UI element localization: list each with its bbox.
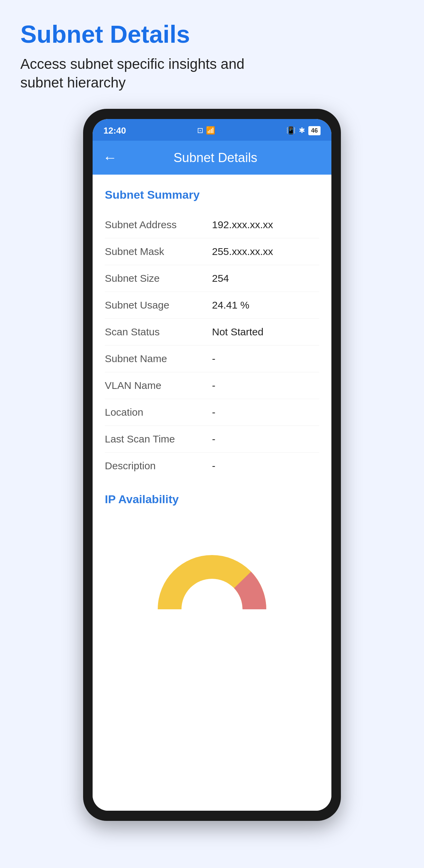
subnet-summary-title: Subnet Summary xyxy=(105,188,319,201)
table-row: Location - xyxy=(105,399,319,426)
table-row: Subnet Name - xyxy=(105,346,319,372)
back-button[interactable]: ← xyxy=(103,151,117,165)
label-vlan-name: VLAN Name xyxy=(105,380,212,391)
donut-svg xyxy=(144,523,280,631)
label-subnet-usage: Subnet Usage xyxy=(105,299,212,311)
status-bar: 12:40 ⊡ 📶 📳 ✱ 46 xyxy=(93,119,331,141)
status-icons: ⊡ 📶 xyxy=(197,126,215,135)
table-row: Subnet Address 192.xxx.xx.xx xyxy=(105,212,319,238)
donut-chart xyxy=(144,523,280,631)
page-header: Subnet Details Access subnet specific in… xyxy=(14,20,410,92)
app-bar: ← Subnet Details xyxy=(93,141,331,175)
table-row: Description - xyxy=(105,453,319,479)
value-subnet-mask: 255.xxx.xx.xx xyxy=(212,246,319,257)
value-last-scan-time: - xyxy=(212,433,319,445)
value-subnet-name: - xyxy=(212,353,319,364)
label-scan-status: Scan Status xyxy=(105,326,212,338)
vibrate-icon: 📳 xyxy=(286,126,295,135)
value-vlan-name: - xyxy=(212,380,319,391)
table-row: Subnet Mask 255.xxx.xx.xx xyxy=(105,238,319,265)
ip-availability-chart-area xyxy=(105,516,319,631)
value-location: - xyxy=(212,407,319,418)
label-subnet-address: Subnet Address xyxy=(105,219,212,231)
table-row: Subnet Usage 24.41 % xyxy=(105,292,319,319)
table-row: Subnet Size 254 xyxy=(105,265,319,292)
section-divider xyxy=(105,479,319,489)
phone-wrapper: 12:40 ⊡ 📶 📳 ✱ 46 ← Subnet Details xyxy=(14,109,410,821)
value-subnet-size: 254 xyxy=(212,273,319,284)
screen-content: Subnet Summary Subnet Address 192.xxx.xx… xyxy=(93,175,331,811)
value-subnet-usage: 24.41 % xyxy=(212,299,319,311)
wifi-icon: 📶 xyxy=(206,126,215,135)
bluetooth-icon: ✱ xyxy=(299,126,305,135)
value-subnet-address: 192.xxx.xx.xx xyxy=(212,219,319,231)
label-subnet-name: Subnet Name xyxy=(105,353,212,364)
table-row: VLAN Name - xyxy=(105,372,319,399)
ip-availability-title: IP Availability xyxy=(105,493,319,506)
status-time: 12:40 xyxy=(103,125,126,136)
subnet-summary-table: Subnet Address 192.xxx.xx.xx Subnet Mask… xyxy=(105,212,319,479)
label-subnet-mask: Subnet Mask xyxy=(105,246,212,257)
battery-badge: 46 xyxy=(308,126,321,135)
phone-screen: 12:40 ⊡ 📶 📳 ✱ 46 ← Subnet Details xyxy=(93,119,331,811)
value-scan-status: Not Started xyxy=(212,326,319,338)
label-subnet-size: Subnet Size xyxy=(105,273,212,284)
page-title: Subnet Details xyxy=(20,20,410,48)
table-row: Scan Status Not Started xyxy=(105,319,319,346)
phone-frame: 12:40 ⊡ 📶 📳 ✱ 46 ← Subnet Details xyxy=(83,109,341,821)
label-last-scan-time: Last Scan Time xyxy=(105,433,212,445)
status-right-icons: 📳 ✱ 46 xyxy=(286,126,321,135)
app-bar-title: Subnet Details xyxy=(124,151,307,165)
screenshot-icon: ⊡ xyxy=(197,126,203,135)
value-description: - xyxy=(212,460,319,472)
page-subtitle: Access subnet specific insights andsubne… xyxy=(20,55,410,92)
label-location: Location xyxy=(105,407,212,418)
label-description: Description xyxy=(105,460,212,472)
ip-availability-section: IP Availability xyxy=(105,489,319,631)
table-row: Last Scan Time - xyxy=(105,426,319,453)
